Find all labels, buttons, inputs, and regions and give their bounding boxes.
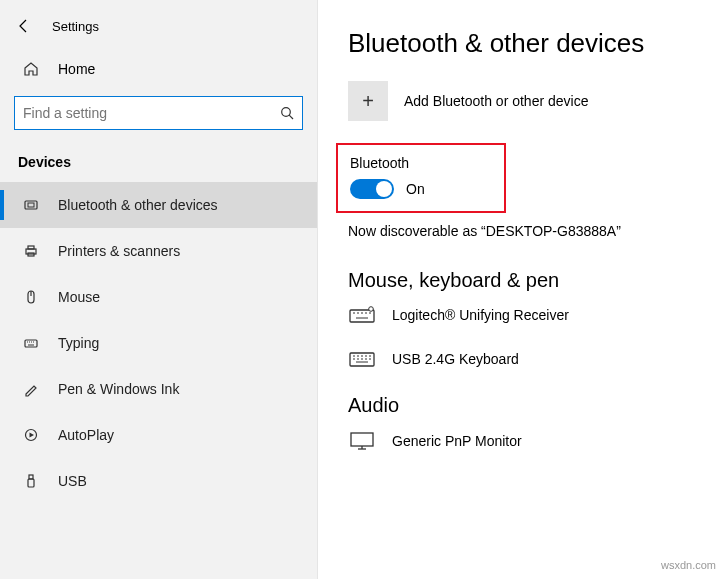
svg-line-1 bbox=[289, 115, 293, 119]
bluetooth-section-highlight: Bluetooth On bbox=[336, 143, 506, 213]
search-icon bbox=[280, 106, 294, 120]
watermark: wsxdn.com bbox=[661, 559, 716, 571]
nav-item-label: Mouse bbox=[58, 289, 100, 305]
nav-list: Bluetooth & other devices Printers & sca… bbox=[0, 182, 317, 504]
category-label: Devices bbox=[0, 144, 317, 176]
nav-item-label: Printers & scanners bbox=[58, 243, 180, 259]
main-content: Bluetooth & other devices + Add Bluetoot… bbox=[318, 0, 726, 579]
home-icon bbox=[22, 60, 40, 78]
search-input[interactable] bbox=[23, 105, 280, 121]
bluetooth-heading: Bluetooth bbox=[350, 155, 492, 171]
nav-item-label: Bluetooth & other devices bbox=[58, 197, 218, 213]
device-item-unifying[interactable]: Logitech® Unifying Receiver bbox=[348, 306, 696, 324]
nav-item-label: AutoPlay bbox=[58, 427, 114, 443]
bluetooth-icon bbox=[22, 197, 40, 213]
section-audio-heading: Audio bbox=[348, 394, 696, 417]
nav-item-label: Typing bbox=[58, 335, 99, 351]
svg-rect-2 bbox=[25, 201, 37, 209]
nav-item-pen[interactable]: Pen & Windows Ink bbox=[0, 366, 317, 412]
header-row: Settings bbox=[0, 10, 317, 50]
svg-rect-3 bbox=[28, 203, 34, 207]
usb-icon bbox=[22, 473, 40, 489]
svg-marker-16 bbox=[30, 433, 35, 438]
section-mkp-heading: Mouse, keyboard & pen bbox=[348, 269, 696, 292]
svg-rect-18 bbox=[28, 479, 34, 487]
nav-item-label: USB bbox=[58, 473, 87, 489]
monitor-icon bbox=[348, 431, 376, 451]
back-arrow-icon[interactable] bbox=[16, 18, 32, 34]
mouse-icon bbox=[22, 289, 40, 305]
nav-home[interactable]: Home bbox=[0, 50, 317, 88]
device-item-usbkeyboard[interactable]: USB 2.4G Keyboard bbox=[348, 350, 696, 368]
home-label: Home bbox=[58, 61, 95, 77]
device-label: Logitech® Unifying Receiver bbox=[392, 307, 569, 323]
search-container bbox=[0, 88, 317, 144]
svg-rect-9 bbox=[25, 340, 37, 347]
nav-item-mouse[interactable]: Mouse bbox=[0, 274, 317, 320]
keyboard-icon bbox=[22, 335, 40, 351]
pen-icon bbox=[22, 381, 40, 397]
nav-item-label: Pen & Windows Ink bbox=[58, 381, 179, 397]
svg-point-26 bbox=[369, 307, 374, 312]
bluetooth-toggle-state: On bbox=[406, 181, 425, 197]
plus-icon: + bbox=[348, 81, 388, 121]
bluetooth-toggle-row: On bbox=[350, 179, 492, 199]
svg-point-0 bbox=[282, 108, 291, 117]
svg-rect-17 bbox=[29, 475, 33, 479]
svg-rect-39 bbox=[351, 433, 373, 446]
settings-title: Settings bbox=[52, 19, 99, 34]
nav-item-typing[interactable]: Typing bbox=[0, 320, 317, 366]
svg-rect-5 bbox=[28, 246, 34, 249]
discoverable-text: Now discoverable as “DESKTOP-G83888A” bbox=[348, 223, 696, 239]
toggle-knob bbox=[376, 181, 392, 197]
device-item-monitor[interactable]: Generic PnP Monitor bbox=[348, 431, 696, 451]
autoplay-icon bbox=[22, 427, 40, 443]
search-box[interactable] bbox=[14, 96, 303, 130]
nav-item-bluetooth[interactable]: Bluetooth & other devices bbox=[0, 182, 317, 228]
bluetooth-toggle[interactable] bbox=[350, 179, 394, 199]
add-device-button[interactable]: + Add Bluetooth or other device bbox=[348, 81, 696, 121]
device-label: USB 2.4G Keyboard bbox=[392, 351, 519, 367]
svg-rect-19 bbox=[350, 310, 374, 322]
sidebar: Settings Home Devices Bluetooth & other … bbox=[0, 0, 318, 579]
keyboard-device-icon bbox=[348, 350, 376, 368]
device-label: Generic PnP Monitor bbox=[392, 433, 522, 449]
add-device-label: Add Bluetooth or other device bbox=[404, 93, 588, 109]
printer-icon bbox=[22, 243, 40, 259]
page-title: Bluetooth & other devices bbox=[348, 28, 696, 59]
nav-item-autoplay[interactable]: AutoPlay bbox=[0, 412, 317, 458]
nav-item-usb[interactable]: USB bbox=[0, 458, 317, 504]
keyboard-device-icon bbox=[348, 306, 376, 324]
nav-item-printers[interactable]: Printers & scanners bbox=[0, 228, 317, 274]
